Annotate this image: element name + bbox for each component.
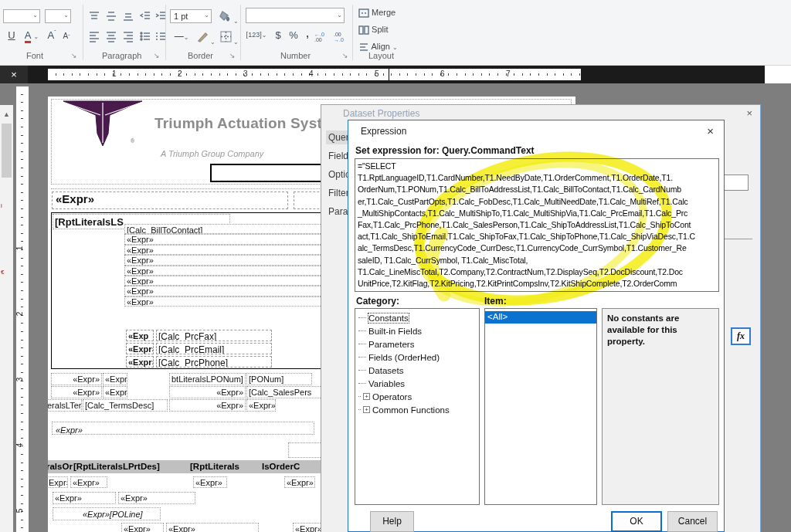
- draw-border-pen-icon[interactable]: ⌄: [196, 30, 216, 47]
- cancel-button[interactable]: Cancel: [667, 511, 718, 532]
- dataset-text-field[interactable]: [723, 175, 749, 191]
- borders-grid-icon[interactable]: ⌄: [219, 30, 239, 47]
- font-size-combo[interactable]: ⌄: [45, 9, 71, 23]
- field-cell[interactable]: btLiteralsLPONum]: [169, 373, 246, 385]
- expr-textbox[interactable]: «Expr»: [52, 191, 288, 209]
- expr-cell[interactable]: «Expr»: [284, 476, 315, 488]
- close-button[interactable]: ×: [746, 107, 752, 119]
- category-item-label: Variables: [368, 379, 405, 388]
- fill-color-icon[interactable]: ⌄: [218, 9, 239, 26]
- expr-cell[interactable]: «Expr»: [70, 476, 107, 488]
- tree-line: [358, 383, 366, 384]
- category-item[interactable]: + Operators: [355, 390, 479, 403]
- ok-label: OK: [630, 516, 643, 527]
- field-cell[interactable]: eralsLTerms]: [48, 399, 82, 412]
- bullet-list-icon[interactable]: [139, 30, 151, 46]
- expression-textarea[interactable]: ="SELECTT1.RptLanguageID,T1.CardNumber,T…: [355, 158, 719, 292]
- expr-cell[interactable]: «Expr»: [169, 399, 246, 412]
- grid-header-cell[interactable]: [RptLiterals: [190, 462, 239, 471]
- expr-cell[interactable]: «Expr»: [126, 343, 154, 354]
- decrease-decimal-icon: .00: [334, 32, 341, 37]
- border-dialog-launcher[interactable]: ↘: [229, 52, 236, 59]
- expr-cell[interactable]: «Expr»: [53, 492, 116, 504]
- item-entry[interactable]: <All>: [485, 311, 596, 324]
- expr-textbox[interactable]: «Expr»: [52, 422, 314, 435]
- ruler-number: 1: [15, 246, 24, 251]
- align-center-icon[interactable]: [105, 30, 117, 46]
- expr-cell[interactable]: Expr»: [48, 476, 68, 488]
- category-item[interactable]: + Variables: [355, 377, 479, 390]
- expand-plus-icon[interactable]: +: [363, 393, 370, 400]
- expr-cell[interactable]: «Expr»: [193, 476, 227, 488]
- expr-cell[interactable]: «Expr»: [118, 492, 195, 504]
- help-button[interactable]: Help: [370, 511, 414, 532]
- category-item[interactable]: + Parameters: [355, 337, 479, 351]
- field-cell[interactable]: [PONum]: [246, 373, 312, 385]
- comma-button[interactable]: ,: [303, 28, 312, 39]
- font-color-button[interactable]: A ⌄: [22, 29, 42, 41]
- paragraph-dialog-launcher[interactable]: ↘: [154, 52, 160, 59]
- expression-fx-button[interactable]: fx: [731, 327, 751, 345]
- field-cell[interactable]: [Calc_PrcFax]: [156, 330, 272, 341]
- vertical-ruler: 1 2 3 4 5: [16, 86, 29, 532]
- close-pane-button[interactable]: ×: [0, 66, 28, 85]
- expr-cell[interactable]: «Exp: [126, 330, 154, 341]
- grid-header-cell[interactable]: IsOrderC: [262, 462, 300, 471]
- category-item[interactable]: + Common Functions: [355, 403, 479, 416]
- split-button[interactable]: Split: [358, 25, 388, 35]
- expr-cell[interactable]: «Expr»: [246, 399, 276, 412]
- currency-button[interactable]: $: [272, 29, 284, 41]
- ok-button[interactable]: OK: [611, 511, 662, 532]
- poline-textbox[interactable]: «Expr»[POLine]: [53, 507, 161, 520]
- align-right-icon[interactable]: [122, 30, 134, 46]
- expr-cell[interactable]: «Expr»: [51, 386, 102, 398]
- expr-cell[interactable]: «Expr»: [103, 373, 127, 385]
- tree-line: [358, 330, 366, 331]
- border-width-combo[interactable]: 1 pt⌄: [170, 9, 212, 23]
- field-cell[interactable]: [Calc_TermsDesc]: [83, 399, 168, 412]
- merge-button[interactable]: Merge: [358, 8, 396, 18]
- ruler-number: 1: [112, 69, 117, 78]
- category-item[interactable]: + Constants: [355, 311, 479, 324]
- scroll-up-icon[interactable]: ▲: [0, 108, 13, 120]
- clipped-row: «Expr» «Expr» «Expr»: [121, 523, 353, 532]
- line-style-icon: —: [175, 31, 184, 42]
- category-item[interactable]: + Datasets: [355, 364, 479, 377]
- percent-button[interactable]: %: [287, 29, 300, 41]
- align-top-icon[interactable]: [88, 10, 100, 25]
- scrollbar-thumb[interactable]: [2, 124, 12, 178]
- number-format-button[interactable]: [123]⌄: [244, 31, 269, 39]
- expand-plus-icon[interactable]: +: [363, 406, 370, 413]
- font-name-combo[interactable]: ⌄: [3, 9, 40, 23]
- align-middle-icon[interactable]: [105, 10, 117, 25]
- category-item[interactable]: + Fields (OrderHed): [355, 351, 479, 364]
- expr-cell[interactable]: «Expr»: [126, 356, 154, 368]
- grid-header-cell[interactable]: ralsOr: [48, 462, 73, 471]
- expr-cell[interactable]: «Expr»: [121, 523, 164, 532]
- close-button[interactable]: ×: [707, 124, 714, 137]
- close-icon: ×: [11, 69, 17, 80]
- field-cell[interactable]: [Calc_PrcEmail]: [156, 343, 272, 354]
- align-bottom-icon[interactable]: [122, 10, 134, 25]
- increase-decimal-button[interactable]: ←.0.00: [314, 31, 324, 45]
- align-left-icon[interactable]: [88, 30, 100, 46]
- expr-cell[interactable]: «Expr»: [103, 386, 127, 398]
- line-style-button[interactable]: —⌄: [170, 31, 193, 42]
- category-item-label: Fields (OrderHed): [368, 353, 440, 362]
- chevron-down-icon: ⌄: [184, 34, 189, 41]
- expr-cell[interactable]: «Expr»: [169, 386, 246, 398]
- shrink-font-button[interactable]: Aˇ: [60, 32, 73, 40]
- grow-font-button[interactable]: Aˆ: [45, 29, 59, 41]
- grid-header-cell[interactable]: [RptLiteralsLPrtDes]: [73, 462, 160, 471]
- expr-cell[interactable]: «Expr»: [51, 373, 102, 385]
- category-item[interactable]: + Built-in Fields: [355, 324, 479, 337]
- number-format-combo[interactable]: ⌄: [246, 8, 345, 23]
- decrease-indent-icon[interactable]: [139, 10, 151, 25]
- field-cell[interactable]: [Calc_PrcPhone]: [156, 356, 272, 368]
- number-dialog-launcher[interactable]: ↘: [342, 52, 348, 59]
- underline-button[interactable]: U: [5, 29, 19, 41]
- expr-cell[interactable]: «Expr»: [166, 523, 259, 532]
- set-expression-label: Set expression for: Query.CommandText: [355, 145, 535, 156]
- decrease-decimal-button[interactable]: .00→.0: [334, 31, 344, 45]
- font-dialog-launcher[interactable]: ↘: [71, 52, 77, 59]
